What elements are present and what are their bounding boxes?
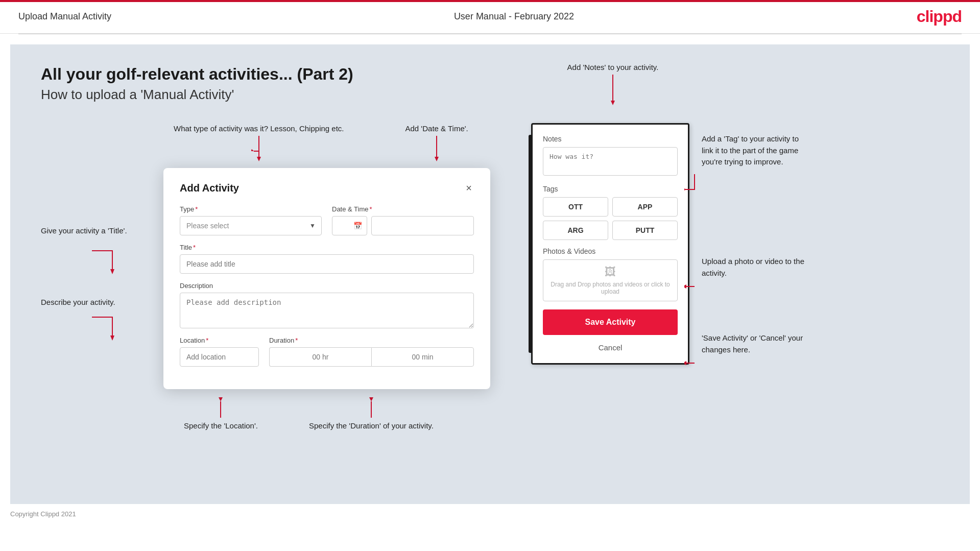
location-duration-row: Location* Duration* [180, 337, 474, 367]
location-annotation-text: Specify the 'Location'. [184, 420, 258, 431]
add-activity-modal: Add Activity × Type* Please select ▼ [163, 168, 490, 389]
right-annotations: Add a 'Tag' to your activity to link it … [689, 123, 807, 365]
title-group: Title* [180, 244, 474, 274]
svg-marker-2 [251, 149, 254, 151]
duration-arrow-up-icon [364, 397, 379, 418]
datetime-arrow-icon [429, 136, 444, 161]
tag-putt-button[interactable]: PUTT [612, 221, 678, 240]
svg-marker-15 [684, 361, 686, 365]
title-input[interactable] [180, 254, 474, 274]
divider [18, 34, 962, 34]
location-annotation: Specify the 'Location'. [184, 397, 258, 431]
datetime-group: Date & Time* 15 / 02 / 2022 📅 2:21 PM [332, 205, 474, 235]
add-tag-annotation: Add a 'Tag' to your activity to link it … [702, 133, 809, 168]
save-cancel-text: 'Save Activity' or 'Cancel' your changes… [702, 332, 809, 355]
phone-mockup: Notes Tags OTT APP ARG PUTT Photos & Vid… [531, 123, 689, 365]
svg-marker-0 [110, 269, 114, 274]
save-activity-button[interactable]: Save Activity [543, 309, 678, 335]
description-group: Description [180, 282, 474, 328]
duration-annotation: Specify the 'Duration' of your activity. [309, 397, 434, 431]
svg-marker-1 [110, 336, 114, 341]
notes-section-label: Notes [543, 135, 678, 143]
add-tag-arrow-icon [684, 174, 700, 205]
photos-drag-text: Drag and Drop photos and videos or click… [543, 281, 677, 295]
photos-section-label: Photos & Videos [543, 247, 678, 255]
description-label: Description [180, 282, 474, 290]
svg-marker-4 [257, 157, 261, 161]
logo: clippd [917, 7, 962, 26]
location-arrow-up-icon [213, 397, 228, 418]
give-title-text: Give your activity a 'Title'. [41, 225, 133, 236]
svg-marker-12 [611, 101, 615, 105]
description-textarea[interactable] [180, 293, 474, 328]
add-notes-arrow-icon [605, 75, 620, 105]
type-select-wrapper[interactable]: Please select ▼ [180, 216, 322, 235]
svg-marker-13 [684, 187, 686, 191]
activity-type-text: What type of activity was it? Lesson, Ch… [174, 123, 344, 134]
describe-arrow-icon [92, 312, 133, 343]
duration-hr-input[interactable] [269, 347, 371, 367]
tag-ott-button[interactable]: OTT [543, 197, 608, 217]
tags-section-label: Tags [543, 185, 678, 193]
svg-marker-6 [435, 157, 439, 161]
right-panel: Add 'Notes' to your activity. Notes Tags… [531, 123, 807, 365]
content-row: Give your activity a 'Title'. Describe y… [41, 123, 939, 431]
datetime-label: Date & Time* [332, 205, 474, 213]
page-title: All your golf-relevant activities... (Pa… [41, 65, 939, 84]
copyright: Copyright Clippd 2021 [0, 504, 980, 524]
duration-min-input[interactable] [371, 347, 474, 367]
svg-marker-14 [684, 284, 686, 289]
datetime-annotation: Add 'Date & Time'. [405, 123, 468, 164]
cancel-button[interactable]: Cancel [543, 340, 678, 355]
date-time-inputs: 15 / 02 / 2022 📅 2:21 PM [332, 216, 474, 235]
modal-header: Add Activity × [180, 182, 474, 194]
add-tag-text: Add a 'Tag' to your activity to link it … [702, 133, 809, 168]
top-bar: Upload Manual Activity User Manual - Feb… [0, 0, 980, 34]
activity-type-arrow-icon [251, 136, 267, 161]
save-cancel-annotation: 'Save Activity' or 'Cancel' your changes… [702, 332, 809, 355]
give-title-arrow-icon [92, 246, 133, 276]
location-group: Location* [180, 337, 259, 367]
title-label: Title* [180, 244, 474, 251]
notes-textarea[interactable] [543, 147, 678, 176]
time-input[interactable]: 2:21 PM [371, 216, 474, 235]
describe-text: Describe your activity. [41, 297, 133, 307]
save-cancel-arrow-icon [684, 358, 700, 378]
photo-icon: 🖼 [605, 266, 616, 279]
top-bar-center-label: User Manual - February 2022 [454, 11, 574, 22]
tag-app-button[interactable]: APP [612, 197, 678, 217]
duration-label: Duration* [269, 337, 474, 344]
tag-arg-button[interactable]: ARG [543, 221, 608, 240]
upload-photo-annotation: Upload a photo or video to the activity. [702, 256, 809, 279]
upload-photo-arrow-icon [684, 281, 700, 302]
activity-type-annotation: What type of activity was it? Lesson, Ch… [174, 123, 344, 164]
top-annotations: What type of activity was it? Lesson, Ch… [163, 123, 490, 164]
svg-marker-7 [219, 397, 223, 401]
add-notes-annotation: Add 'Notes' to your activity. [562, 62, 664, 108]
bottom-annotations: Specify the 'Location'. Specify the 'Dur… [163, 397, 490, 431]
tags-grid: OTT APP ARG PUTT [543, 197, 678, 240]
left-annotations: Give your activity a 'Title'. Describe y… [41, 123, 143, 225]
calendar-icon: 📅 [353, 222, 362, 230]
date-input-wrapper[interactable]: 15 / 02 / 2022 📅 [332, 216, 367, 235]
type-datetime-row: Type* Please select ▼ Date & Time* [180, 205, 474, 235]
duration-annotation-text: Specify the 'Duration' of your activity. [309, 420, 434, 431]
modal-wrapper: What type of activity was it? Lesson, Ch… [163, 123, 490, 431]
type-select[interactable]: Please select [180, 216, 322, 235]
photos-dropzone[interactable]: 🖼 Drag and Drop photos and videos or cli… [543, 259, 678, 301]
top-bar-left-label: Upload Manual Activity [18, 11, 111, 22]
modal-close-button[interactable]: × [464, 182, 474, 194]
page-subtitle: How to upload a 'Manual Activity' [41, 87, 939, 103]
type-label: Type* [180, 205, 322, 213]
describe-annotation: Describe your activity. [41, 297, 133, 307]
upload-photo-text: Upload a photo or video to the activity. [702, 256, 809, 279]
add-notes-text: Add 'Notes' to your activity. [562, 62, 664, 73]
location-input[interactable] [180, 347, 259, 367]
duration-group: Duration* [269, 337, 474, 367]
svg-marker-9 [369, 397, 373, 401]
type-group: Type* Please select ▼ [180, 205, 322, 235]
duration-inputs [269, 347, 474, 367]
give-title-annotation: Give your activity a 'Title'. [41, 225, 133, 236]
main-content: All your golf-relevant activities... (Pa… [10, 44, 970, 504]
datetime-text: Add 'Date & Time'. [405, 123, 468, 134]
